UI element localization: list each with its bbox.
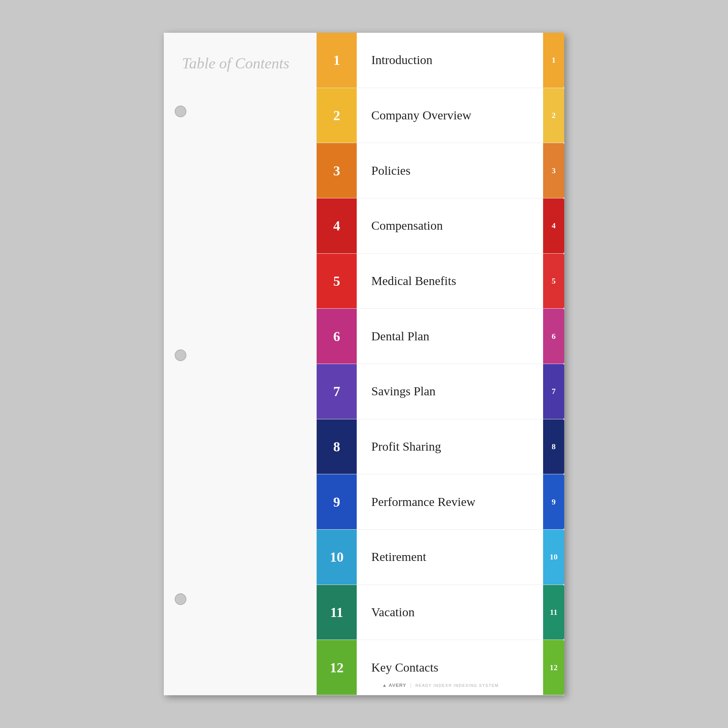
toc-row[interactable]: 2Company Overview2 bbox=[317, 88, 564, 144]
entry-label-1: Introduction bbox=[357, 33, 543, 88]
toc-row[interactable]: 5Medical Benefits5 bbox=[317, 254, 564, 309]
entry-label-6: Dental Plan bbox=[357, 309, 543, 364]
tab-6[interactable]: 6 bbox=[543, 309, 564, 364]
number-box-7: 7 bbox=[317, 364, 357, 419]
toc-row[interactable]: 6Dental Plan6 bbox=[317, 309, 564, 364]
tab-9[interactable]: 9 bbox=[543, 474, 564, 529]
number-box-8: 8 bbox=[317, 419, 357, 474]
tab-2[interactable]: 2 bbox=[543, 88, 564, 143]
number-box-11: 11 bbox=[317, 585, 357, 640]
number-box-2: 2 bbox=[317, 88, 357, 143]
toc-row[interactable]: 1Introduction1 bbox=[317, 33, 564, 88]
page: Table of Contents 1Introduction12Company… bbox=[164, 33, 564, 695]
tab-10[interactable]: 10 bbox=[543, 530, 564, 584]
entry-label-3: Policies bbox=[357, 143, 543, 198]
footer-tagline: READY INDEX® INDEXING SYSTEM bbox=[415, 683, 499, 688]
left-panel: Table of Contents bbox=[164, 33, 317, 695]
binder-hole-1 bbox=[175, 106, 187, 117]
entry-label-8: Profit Sharing bbox=[357, 419, 543, 474]
tab-1[interactable]: 1 bbox=[543, 33, 564, 88]
entry-label-5: Medical Benefits bbox=[357, 254, 543, 309]
toc-row[interactable]: 11Vacation11 bbox=[317, 585, 564, 640]
entry-label-7: Savings Plan bbox=[357, 364, 543, 419]
entry-label-10: Retirement bbox=[357, 530, 543, 584]
binder-hole-2 bbox=[175, 349, 187, 361]
toc-row[interactable]: 4Compensation4 bbox=[317, 198, 564, 254]
toc-row[interactable]: 10Retirement10 bbox=[317, 530, 564, 585]
footer-divider bbox=[411, 683, 411, 688]
toc-panel: 1Introduction12Company Overview23Policie… bbox=[317, 33, 564, 695]
tab-7[interactable]: 7 bbox=[543, 364, 564, 419]
number-box-3: 3 bbox=[317, 143, 357, 198]
number-box-9: 9 bbox=[317, 474, 357, 529]
number-box-5: 5 bbox=[317, 254, 357, 309]
number-box-1: 1 bbox=[317, 33, 357, 88]
tab-4[interactable]: 4 bbox=[543, 198, 564, 253]
tab-11[interactable]: 11 bbox=[543, 585, 564, 640]
number-box-10: 10 bbox=[317, 530, 357, 584]
toc-row[interactable]: 7Savings Plan7 bbox=[317, 364, 564, 419]
toc-row[interactable]: 9Performance Review9 bbox=[317, 474, 564, 530]
entry-label-4: Compensation bbox=[357, 198, 543, 253]
tab-5[interactable]: 5 bbox=[543, 254, 564, 309]
number-box-6: 6 bbox=[317, 309, 357, 364]
tab-8[interactable]: 8 bbox=[543, 419, 564, 474]
footer: ▲ AVERY READY INDEX® INDEXING SYSTEM bbox=[317, 682, 564, 688]
entry-label-2: Company Overview bbox=[357, 88, 543, 143]
page-title: Table of Contents bbox=[182, 55, 289, 72]
binder-hole-3 bbox=[175, 593, 187, 605]
toc-row[interactable]: 3Policies3 bbox=[317, 143, 564, 198]
toc-row[interactable]: 8Profit Sharing8 bbox=[317, 419, 564, 475]
number-box-4: 4 bbox=[317, 198, 357, 253]
tab-3[interactable]: 3 bbox=[543, 143, 564, 198]
entry-label-11: Vacation bbox=[357, 585, 543, 640]
entry-label-9: Performance Review bbox=[357, 474, 543, 529]
brand-logo: ▲ AVERY bbox=[382, 682, 406, 688]
